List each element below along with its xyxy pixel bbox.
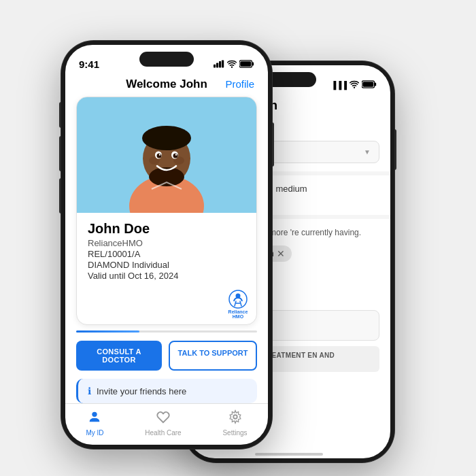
svg-rect-5 bbox=[216, 63, 218, 67]
svg-point-0 bbox=[354, 87, 355, 88]
phones-container: 9:41 ▐▐▐ bbox=[48, 20, 428, 456]
my-id-icon bbox=[87, 409, 102, 428]
svg-point-25 bbox=[229, 290, 247, 308]
reliance-text: Reliance HMO bbox=[228, 309, 248, 320]
front-left-vol-down bbox=[59, 178, 61, 214]
health-care-icon bbox=[156, 409, 171, 428]
consult-doctor-button[interactable]: CONSULT ADOCTOR bbox=[76, 341, 162, 371]
id-plan: DIAMOND Individual bbox=[88, 260, 245, 270]
svg-point-8 bbox=[231, 66, 233, 67]
back-status-icons: ▐▐▐ bbox=[331, 80, 377, 90]
tag-cough-remove[interactable]: ✕ bbox=[277, 248, 285, 259]
id-org: RelianceHMO bbox=[88, 238, 245, 248]
svg-rect-2 bbox=[375, 82, 377, 86]
front-phone: 9:41 bbox=[61, 41, 272, 449]
id-number: REL/10001/A bbox=[88, 249, 245, 259]
front-battery-icon bbox=[239, 60, 254, 69]
front-content: 9:41 bbox=[65, 45, 268, 445]
welcome-title: Welcome John bbox=[126, 78, 207, 91]
talk-support-button[interactable]: TALK TO SUPPORT bbox=[169, 341, 257, 371]
front-wifi-icon bbox=[227, 60, 237, 69]
invite-banner[interactable]: ℹ Invite your friends here bbox=[76, 379, 257, 403]
front-signal-icon bbox=[214, 60, 224, 69]
wifi-icon bbox=[350, 80, 359, 90]
back-home-bar bbox=[255, 453, 323, 456]
nav-settings[interactable]: Settings bbox=[222, 409, 247, 437]
svg-rect-7 bbox=[222, 60, 224, 67]
svg-point-27 bbox=[92, 412, 97, 417]
id-card: John Doe RelianceHMO REL/10001/A DIAMOND… bbox=[76, 97, 257, 325]
svg-rect-4 bbox=[214, 65, 216, 68]
right-volume-button bbox=[394, 129, 396, 170]
reliance-icon bbox=[228, 289, 248, 309]
settings-icon bbox=[228, 409, 243, 428]
front-dynamic-island bbox=[139, 52, 194, 67]
id-valid: Valid until Oct 16, 2024 bbox=[88, 271, 245, 281]
person-avatar bbox=[112, 101, 221, 213]
id-card-photo bbox=[77, 97, 256, 213]
back-home-indicator bbox=[188, 449, 390, 458]
consult-label: CONSULT ADOCTOR bbox=[97, 347, 141, 364]
invite-text: Invite your friends here bbox=[97, 386, 186, 396]
reliance-logo: Reliance HMO bbox=[228, 289, 248, 320]
nav-settings-label: Settings bbox=[222, 429, 247, 437]
nav-health-care-label: Health Care bbox=[145, 429, 181, 437]
svg-point-23 bbox=[159, 154, 160, 155]
front-right-button bbox=[272, 122, 274, 167]
nav-health-care[interactable]: Health Care bbox=[145, 409, 181, 437]
invite-icon: ℹ bbox=[88, 386, 91, 396]
nav-my-id-label: My ID bbox=[86, 429, 103, 437]
svg-point-21 bbox=[157, 153, 162, 158]
svg-point-15 bbox=[142, 126, 191, 150]
front-left-vol-up bbox=[59, 136, 61, 171]
front-left-silent bbox=[59, 102, 61, 128]
profile-link[interactable]: Profile bbox=[225, 78, 254, 90]
svg-rect-6 bbox=[219, 61, 221, 68]
status-time: 9:41 bbox=[79, 58, 99, 70]
svg-rect-3 bbox=[362, 82, 373, 87]
id-card-info: John Doe RelianceHMO REL/10001/A DIAMOND… bbox=[77, 213, 256, 286]
battery-icon bbox=[362, 80, 377, 90]
id-card-footer: Reliance HMO bbox=[77, 286, 256, 325]
svg-rect-10 bbox=[252, 62, 254, 65]
svg-point-28 bbox=[233, 415, 237, 419]
svg-point-24 bbox=[175, 154, 177, 155]
signal-icon: ▐▐▐ bbox=[331, 81, 347, 89]
front-header: Welcome John Profile bbox=[65, 75, 268, 97]
action-buttons: CONSULT ADOCTOR TALK TO SUPPORT bbox=[65, 333, 268, 379]
front-phone-screen: 9:41 bbox=[65, 45, 268, 445]
front-status-icons bbox=[214, 60, 254, 69]
nav-my-id[interactable]: My ID bbox=[86, 409, 103, 437]
id-name: John Doe bbox=[88, 221, 245, 237]
bottom-nav: My ID Health Care bbox=[65, 403, 268, 445]
svg-rect-11 bbox=[240, 61, 251, 67]
svg-point-22 bbox=[173, 153, 178, 158]
